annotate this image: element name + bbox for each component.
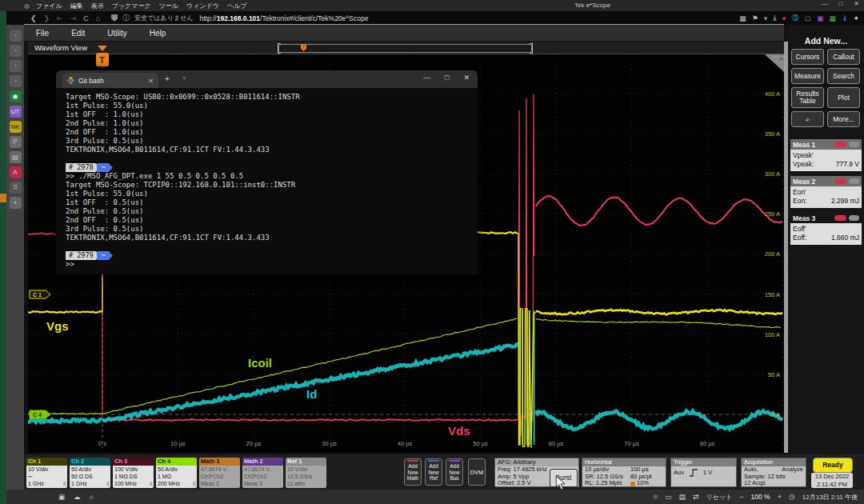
new-tab-icon[interactable]: + [165,74,170,83]
menu-item-4[interactable]: ツール [159,2,178,10]
meas-nav-pill [849,142,859,147]
badge-row: Ch3*Ch2 [244,473,282,480]
panel-icon-nk[interactable]: NK [10,121,22,133]
back-icon[interactable]: ❮ [30,14,37,22]
rp-button-plot[interactable]: Plot [827,87,860,108]
panel-icon-active[interactable]: ◉ [10,90,22,102]
badge-math2[interactable]: Math 247.6674 V...Ch3*Ch2Meas 3 [242,458,283,488]
meas-3-badge[interactable]: Meas 3 Eoff' Eoff:1.660 mJ [790,213,862,245]
horizontal-panel[interactable]: Horizontal 10 µs/div SR: 12.5 GS/s RL: 1… [582,458,666,487]
arrows-icon[interactable]: ⇄ [693,493,699,502]
tab-close-icon[interactable]: ✕ [148,77,154,85]
sheets-badge-icon[interactable]: ▦ [829,14,836,22]
acquisition-panel[interactable]: Acquisition Auto,Analyze Sample: 12 bits… [741,458,806,487]
menu-grip-icon: ⠿ [193,481,196,488]
panel-icon-2[interactable]: ◔ [10,45,22,57]
svg-text:0 A: 0 A [771,411,780,418]
window-title: Tek e*Scope [574,2,610,9]
skype-badge-icon[interactable]: Ⓢ [792,13,799,23]
tab-dropdown-icon[interactable]: ˅ [182,74,186,82]
menu-item-0[interactable]: ファイル [36,2,62,10]
record-badge-icon[interactable]: ● [782,14,786,22]
reset-button[interactable]: リセット [706,493,733,502]
menu-item-2[interactable]: 表示 [91,2,104,10]
minimize-icon[interactable]: — [423,74,430,82]
keyboard-icon[interactable]: ▤ [678,493,686,502]
panel-icon-doc[interactable]: ▤ [10,151,22,163]
meas-2-badge[interactable]: Meas 2 Eon' Eon:2.299 mJ [790,176,862,208]
maximize-icon[interactable]: □ [838,0,842,7]
trigger-panel[interactable]: Trigger Aux 1 V [670,458,737,487]
tiles-icon[interactable]: ▦ [739,14,746,22]
zoom-in-button[interactable]: + [778,493,782,501]
close-icon[interactable]: ✕ [854,0,859,7]
panel-icon-qr[interactable]: ⠟ [10,136,22,148]
menu-item-1[interactable]: 編集 [70,2,83,10]
panel-icon-ut[interactable]: UT [10,106,22,118]
panel-icon-grid[interactable]: ⠿ [10,182,22,194]
terminal-output[interactable]: Target MSO-Scope: USB0::0x0699::0x0528::… [66,93,470,269]
downloads-arrow-icon[interactable]: ⇓ [842,14,848,22]
window-icon[interactable]: ▭ [665,493,672,502]
rp-button-callout[interactable]: Callout [827,49,860,65]
scope-menu-utility[interactable]: Utility [107,29,126,38]
shield-icon[interactable] [111,14,118,22]
panel-icon-a[interactable]: Λ [10,166,22,178]
office-badge-icon[interactable]: ▣ [817,14,824,22]
menu-item-3[interactable]: ブックマーク [112,2,151,10]
close-icon[interactable]: ✕ [463,74,470,82]
afg-panel[interactable]: AFG: Arbitrary Freq: 17.4825 kHz Amp: 5 … [494,458,579,487]
address-bar[interactable]: http://192.168.0.101/Tektronix#/client/c… [199,14,368,22]
cloud-icon[interactable]: ☁ [74,493,81,501]
panel-icon-4[interactable]: ◔ [10,75,22,87]
dvm-button[interactable]: DVM [468,458,486,486]
pinned-app-icon[interactable]: ▣ [58,493,65,501]
fast-forward-icon[interactable]: ⇥ [70,14,77,22]
add-button-0[interactable]: Add New Math [404,458,422,486]
info-icon[interactable]: ⓘ [122,13,130,23]
scope-menu-file[interactable]: File [36,29,49,38]
camera-icon[interactable]: ⌾ [654,493,658,502]
menu-item-5[interactable]: ウィンドウ [186,2,219,10]
panel-icon-1[interactable]: ◔ [10,30,22,42]
add-button-2[interactable]: Add New Bus [446,458,463,486]
rewind-icon[interactable]: ⇤ [57,14,63,22]
badge-ch4[interactable]: Ch 450 A/div1 MΩ200 MHz⠿ [156,458,197,488]
panel-icon-3[interactable]: ◔ [10,60,22,72]
meas-1-badge[interactable]: Meas 1 Vpeak' Vpeak:777.9 V [790,139,862,171]
add-button-1[interactable]: Add New Ref [425,458,442,486]
maximize-icon[interactable]: □ [445,74,449,82]
menu-item-6[interactable]: ヘルプ [227,2,247,10]
home-icon[interactable]: ⌂ [96,14,100,22]
browser-app-icon[interactable]: ◍ [24,2,30,10]
panel-icon-add[interactable]: + [10,197,22,209]
rp-button-measure[interactable]: Measure [791,68,824,84]
download-icon[interactable]: ⤓ [773,14,776,22]
rp-button-cursors[interactable]: Cursors [791,49,824,65]
rp-button-search[interactable]: Search [827,68,860,84]
window-controls: — □ ✕ [821,0,859,7]
home-icon[interactable]: ⌂ [90,493,94,501]
rp-button-more[interactable]: More... [827,111,860,127]
git-bash-terminal-window[interactable]: Git bash ✕ + ˅ — □ ✕ Target MSO-Scope: U… [56,70,478,274]
badge-ref1[interactable]: Ref 110 V/div12.5 GS/sc1.wfm [286,458,326,488]
badge-ch1[interactable]: Ch 110 V/div⎓1 GHz⠿ [26,458,67,488]
zoom-out-button[interactable]: − [739,493,743,501]
minimize-icon[interactable]: — [821,0,827,7]
extension-icon[interactable]: ✦ [853,14,859,22]
badge-ch2[interactable]: Ch 250 A/div50 Ω DS1 GHz⠿ [70,458,110,488]
terminal-line: 2nd OFF : 0.5(us) [66,216,470,225]
chevron-down-icon[interactable]: ▾ [764,14,768,22]
badge-ch3[interactable]: Ch 3100 V/div1 MΩ DS100 MHz⠿ [113,458,154,488]
scope-menu-help[interactable]: Help [150,29,166,38]
scope-menu-edit[interactable]: Edit [71,29,85,38]
zoom-area-icon[interactable]: ⌕ [791,111,824,127]
ghost-icon[interactable]: ☖ [805,14,811,22]
reload-icon[interactable]: C [83,14,89,22]
forward-icon[interactable]: ❯ [44,14,50,22]
terminal-titlebar[interactable]: Git bash ✕ + ˅ — □ ✕ [56,70,478,88]
rp-button-resultstable[interactable]: Results Table [791,87,824,108]
terminal-tab[interactable]: Git bash ✕ [62,73,158,88]
badge-math1[interactable]: Math 147.6674 V...Ch3*Ch2Meas 2 [199,458,240,488]
bookmark-flag-icon[interactable]: ⚑ [752,14,758,22]
